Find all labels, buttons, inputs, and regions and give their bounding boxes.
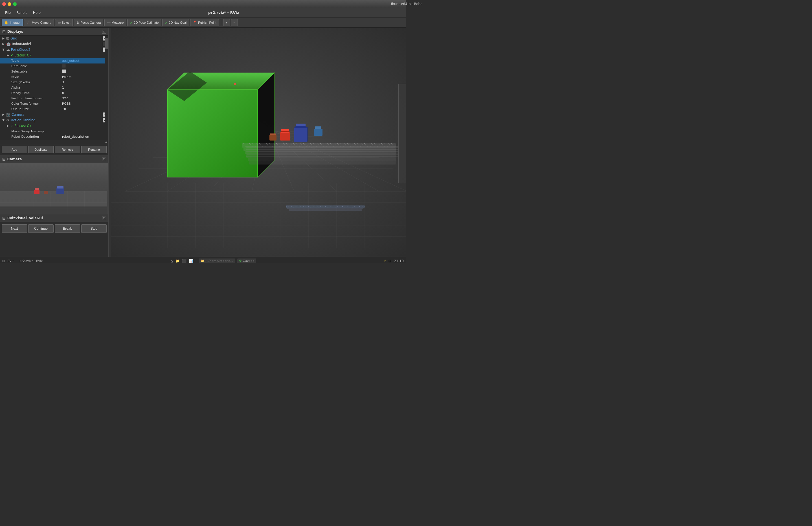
svg-rect-124 <box>306 144 306 144</box>
svg-rect-248 <box>320 146 320 146</box>
focus-camera-button[interactable]: ⊕ Focus Camera <box>74 19 103 26</box>
alpha-value: 1 <box>62 86 107 89</box>
nav-goal-button[interactable]: ↗ 2D Nav Goal <box>162 19 189 26</box>
duplicate-button[interactable]: Duplicate <box>28 146 54 153</box>
planning-scene-row[interactable]: Planning Scene Topic move_group/monitore… <box>0 139 108 140</box>
move-camera-button[interactable]: 🎥 Move Camera <box>24 19 54 26</box>
svg-rect-121 <box>302 144 303 144</box>
svg-rect-100 <box>278 144 279 144</box>
menu-panels[interactable]: Panels <box>14 10 30 15</box>
select-button[interactable]: ▭ Select <box>55 19 73 26</box>
topic-row[interactable]: Topic /pcl_output <box>0 58 108 63</box>
svg-rect-145 <box>329 144 330 144</box>
path-item[interactable]: 📂 .../home/robond... <box>199 258 235 263</box>
svg-rect-195 <box>386 144 386 144</box>
displays-scrollbar[interactable] <box>105 35 108 140</box>
menu-help[interactable]: Help <box>30 10 43 15</box>
style-row[interactable]: Style Points <box>0 74 108 80</box>
panel-resize-handle[interactable]: ⋮ <box>108 28 111 257</box>
queue-size-value: 10 <box>62 107 107 111</box>
selectable-checkbox[interactable]: ✓ <box>62 69 66 73</box>
status-ok2-item[interactable]: ▶ ✓ Status: Ok <box>0 123 108 129</box>
queue-size-row[interactable]: Queue Size 10 <box>0 106 108 112</box>
grid-item[interactable]: ▶ ⊞ Grid ✓ <box>0 35 108 41</box>
svg-rect-172 <box>360 144 360 144</box>
svg-rect-232 <box>293 146 293 146</box>
alpha-row[interactable]: Alpha 1 <box>0 85 108 90</box>
status-ok-item[interactable]: ▶ ✓ Status: Ok <box>0 53 108 58</box>
unreliable-checkbox[interactable] <box>62 64 66 68</box>
svg-rect-80 <box>256 143 257 144</box>
color-transformer-row[interactable]: Color Transformer RGB8 <box>0 101 108 106</box>
displays-close-button[interactable]: □ <box>102 30 106 33</box>
svg-rect-141 <box>325 144 325 144</box>
3d-viewport[interactable] <box>111 28 406 257</box>
displays-buttons: Add Duplicate Remove Rename <box>0 144 108 155</box>
minimize-button[interactable] <box>8 2 11 6</box>
svg-rect-300 <box>270 133 276 135</box>
svg-rect-222 <box>276 146 276 146</box>
remove-button[interactable]: Remove <box>55 146 80 153</box>
pos-transformer-value: XYZ <box>62 97 107 100</box>
folder-icon[interactable]: 📁 <box>175 259 180 263</box>
svg-rect-105 <box>284 144 285 144</box>
rename-button[interactable]: Rename <box>81 146 107 153</box>
unreliable-row[interactable]: Unreliable <box>0 63 108 69</box>
grid-label: Grid <box>11 37 17 40</box>
next-button[interactable]: Next <box>2 224 27 233</box>
svg-rect-142 <box>326 144 327 144</box>
add-button[interactable]: Add <box>2 146 27 153</box>
svg-marker-297 <box>294 126 307 128</box>
svg-rect-224 <box>279 146 280 146</box>
pointcloud2-item[interactable]: ▼ ☁ PointCloud2 ✓ <box>0 47 108 53</box>
svg-rect-339 <box>337 206 338 207</box>
svg-rect-132 <box>315 144 315 144</box>
close-button[interactable] <box>2 2 6 6</box>
svg-rect-93 <box>271 144 271 144</box>
remove-display-button[interactable]: − <box>231 19 238 26</box>
interact-button[interactable]: ✋ Interact <box>2 19 23 26</box>
move-group-ns-row[interactable]: Move Group Namesp... <box>0 129 108 134</box>
terminal-icon[interactable]: ⬛ <box>182 259 187 263</box>
robot-desc-row[interactable]: Robot Description robot_description <box>0 134 108 139</box>
add-display-button[interactable]: + <box>223 19 230 26</box>
stop-button[interactable]: Stop <box>81 224 107 233</box>
selectable-row[interactable]: Selectable ✓ <box>0 69 108 74</box>
gazebo-item[interactable]: ⚙ Gazebo <box>237 258 256 263</box>
svg-rect-334 <box>329 206 329 207</box>
svg-rect-275 <box>365 146 366 146</box>
svg-rect-220 <box>272 146 273 146</box>
window-controls[interactable] <box>2 2 17 6</box>
svg-rect-154 <box>339 144 340 144</box>
camera-panel-close[interactable]: □ <box>102 157 106 161</box>
status-window[interactable]: pr2.rviz* - RViz <box>20 259 43 263</box>
monitor-icon[interactable]: 📊 <box>189 259 193 263</box>
svg-rect-256 <box>333 146 334 146</box>
home-icon[interactable]: ⌂ <box>171 259 173 263</box>
svg-rect-104 <box>283 143 284 144</box>
maximize-button[interactable] <box>13 2 17 6</box>
rviz-panel: ⊞ RvizVisualToolsGui □ Next Continue Bre… <box>0 214 108 235</box>
svg-rect-228 <box>286 146 286 146</box>
svg-rect-315 <box>296 207 297 207</box>
robotmodel-item[interactable]: ▶ 🤖 RobotModel <box>0 41 108 47</box>
size-pixels-row[interactable]: Size (Pixels) 3 <box>0 80 108 85</box>
measure-button[interactable]: — Measure <box>104 19 126 26</box>
svg-rect-246 <box>316 146 317 146</box>
svg-marker-50 <box>167 90 258 177</box>
svg-rect-302 <box>315 126 321 129</box>
motionplanning-item[interactable]: ▼ ⚙ MotionPlanning ✓ <box>0 117 108 123</box>
continue-button[interactable]: Continue <box>28 224 54 233</box>
pos-transformer-row[interactable]: Position Transformer XYZ <box>0 96 108 101</box>
camera-item[interactable]: ▶ 📷 Camera ✓ <box>0 112 108 117</box>
rviz-panel-close[interactable]: □ <box>102 216 106 220</box>
menu-file[interactable]: File <box>2 10 14 15</box>
break-button[interactable]: Break <box>55 224 80 233</box>
resize-arrow: ◀ <box>105 141 107 144</box>
svg-rect-341 <box>340 206 341 206</box>
publish-point-button[interactable]: 📍 Publish Point <box>190 19 219 26</box>
pose-estimate-button[interactable]: ↗ 2D Pose Estimate <box>127 19 161 26</box>
decay-time-row[interactable]: Decay Time 0 <box>0 90 108 96</box>
svg-rect-318 <box>302 207 302 208</box>
scroll-thumb[interactable] <box>105 38 108 49</box>
